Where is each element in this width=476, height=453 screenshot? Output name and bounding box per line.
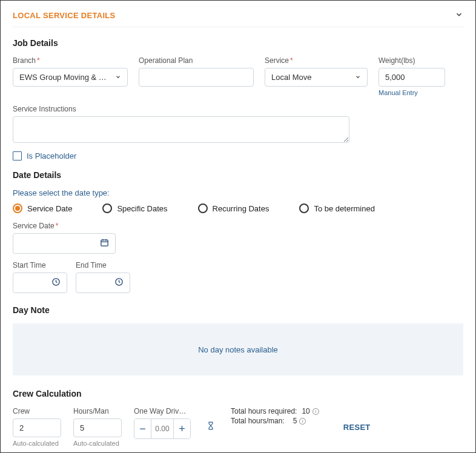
- weight-input[interactable]: [378, 68, 445, 87]
- radio-recurring-dates[interactable]: Recurring Dates: [198, 203, 269, 213]
- weight-helper: Manual Entry: [378, 89, 445, 96]
- day-note-heading: Day Note: [13, 305, 463, 315]
- crew-input[interactable]: [13, 418, 61, 437]
- hourglass-icon: [207, 421, 215, 433]
- hours-man-helper: Auto-calculated: [73, 440, 122, 447]
- end-time-input[interactable]: [76, 273, 130, 293]
- job-details-heading: Job Details: [13, 38, 463, 48]
- weight-label: Weight(lbs): [378, 56, 445, 65]
- radio-icon: [13, 203, 22, 213]
- service-instructions-input[interactable]: [13, 116, 349, 143]
- one-way-drive-input[interactable]: [151, 419, 173, 438]
- info-icon[interactable]: i: [312, 408, 319, 415]
- chevron-down-icon: [355, 74, 361, 81]
- radio-icon: [299, 203, 309, 213]
- hours-man-label: Hours/Man: [73, 407, 122, 415]
- radio-icon: [198, 203, 208, 213]
- plus-button[interactable]: +: [173, 419, 190, 438]
- radio-service-date[interactable]: Service Date: [13, 203, 72, 213]
- service-date-input[interactable]: [13, 233, 116, 254]
- crew-helper: Auto-calculated: [13, 440, 61, 447]
- day-note-empty: No day notes available: [198, 345, 278, 354]
- one-way-drive-stepper[interactable]: − +: [134, 418, 191, 439]
- service-label: Service*: [265, 56, 368, 65]
- crew-label: Crew: [13, 407, 61, 415]
- operational-plan-input[interactable]: [139, 68, 254, 87]
- section-header: LOCAL SERVICE DETAILS: [13, 10, 463, 27]
- service-select[interactable]: Local Move: [265, 68, 368, 87]
- branch-label: Branch*: [13, 56, 128, 65]
- totals: Total hours required: 10 i Total hours/m…: [231, 407, 319, 425]
- radio-specific-dates[interactable]: Specific Dates: [102, 203, 167, 213]
- hours-man-input[interactable]: [73, 418, 122, 437]
- operational-plan-label: Operational Plan: [139, 56, 254, 65]
- is-placeholder-checkbox[interactable]: [13, 151, 22, 160]
- date-type-prompt: Please select the date type:: [13, 188, 463, 197]
- crew-calc-heading: Crew Calculation: [13, 389, 463, 398]
- start-time-input[interactable]: [13, 273, 67, 293]
- service-date-label: Service Date*: [13, 222, 463, 230]
- svg-rect-0: [101, 240, 108, 246]
- day-note-panel: No day notes available: [13, 323, 463, 375]
- chevron-down-icon: [115, 74, 121, 81]
- one-way-drive-label: One Way Driv…: [134, 407, 187, 415]
- reset-button[interactable]: RESET: [343, 423, 371, 432]
- is-placeholder-label: Is Placeholder: [27, 151, 76, 160]
- service-instructions-label: Service Instructions: [13, 105, 463, 113]
- calendar-icon: [100, 238, 109, 249]
- chevron-down-icon[interactable]: [455, 10, 463, 21]
- branch-select[interactable]: EWS Group Moving & St…: [13, 68, 128, 87]
- radio-icon: [102, 203, 112, 213]
- section-title: LOCAL SERVICE DETAILS: [13, 11, 116, 20]
- clock-icon: [51, 277, 61, 288]
- info-icon[interactable]: i: [299, 418, 306, 425]
- clock-icon: [114, 277, 124, 288]
- end-time-label: End Time: [76, 261, 130, 269]
- radio-tbd[interactable]: To be determined: [299, 203, 374, 213]
- date-details-heading: Date Details: [13, 170, 463, 180]
- minus-button[interactable]: −: [134, 419, 151, 438]
- start-time-label: Start Time: [13, 261, 67, 269]
